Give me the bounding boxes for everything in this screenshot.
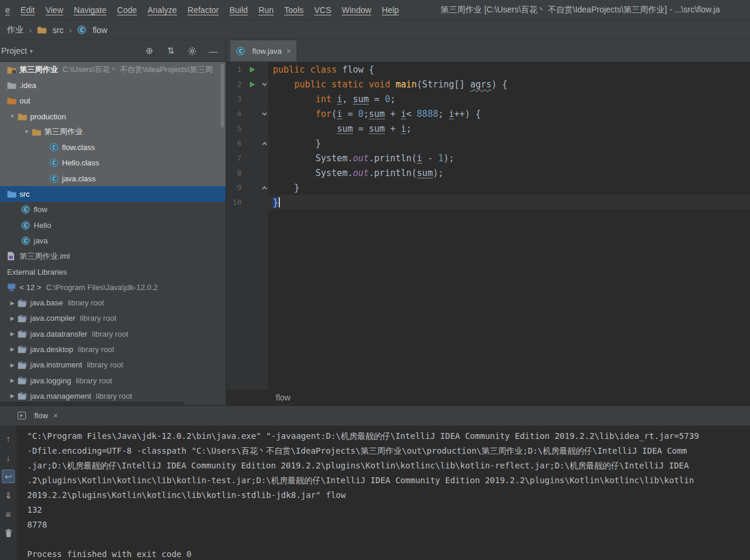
tree-item-Hello[interactable]: CHello — [0, 217, 226, 233]
tab-flow-java[interactable]: C flow.java × — [230, 40, 296, 61]
code-text[interactable]: public class flow { — [269, 62, 750, 77]
line-number[interactable]: 2 — [226, 80, 244, 89]
menu-item-view[interactable]: View — [40, 5, 69, 15]
fold-gutter[interactable] — [260, 112, 269, 116]
tree-item-java.instrument[interactable]: ▶java.instrumentlibrary root — [0, 357, 226, 373]
tree-item-java.logging[interactable]: ▶java.logginglibrary root — [0, 373, 226, 388]
chevron-down-icon[interactable]: ▾ — [30, 48, 33, 54]
fold-up-icon[interactable] — [262, 186, 267, 191]
code-text[interactable]: System.out.println(i - 1); — [269, 151, 750, 165]
menu-item-help[interactable]: Help — [377, 5, 405, 15]
tree-item-out[interactable]: out — [0, 93, 226, 109]
breadcrumb-item-flow[interactable]: Cflow — [75, 25, 110, 35]
line-number[interactable]: 4 — [226, 109, 244, 118]
fold-gutter[interactable] — [260, 83, 269, 86]
code-text[interactable]: System.out.println(sum); — [269, 165, 750, 180]
tree-item-flow[interactable]: Cflow — [0, 202, 226, 217]
tree-item-.idea[interactable]: .idea — [0, 77, 226, 93]
code-area[interactable]: 1public class flow {2 public static void… — [226, 62, 750, 390]
editor-breadcrumb-item[interactable]: flow — [276, 393, 291, 402]
chevron-down-icon[interactable]: ▼ — [21, 129, 32, 135]
code-line-10[interactable]: 10} — [226, 195, 750, 210]
line-number[interactable]: 6 — [226, 139, 244, 148]
menu-item-window[interactable]: Window — [337, 5, 377, 15]
code-text[interactable]: for(i = 0;sum + i< 8888; i++) { — [269, 106, 750, 121]
tree-item-第三周作业[interactable]: ▼第三周作业 — [0, 124, 226, 139]
code-line-6[interactable]: 6 } — [226, 136, 750, 151]
settings-icon[interactable] — [187, 45, 197, 56]
vertical-scrollbar[interactable] — [221, 64, 224, 128]
fold-down-icon[interactable] — [262, 81, 267, 86]
chevron-right-icon[interactable]: ▶ — [7, 331, 18, 337]
chevron-right-icon[interactable]: ▶ — [7, 300, 18, 306]
code-text[interactable]: } — [269, 180, 750, 195]
horizontal-scrollbar[interactable] — [0, 402, 184, 405]
tree-item-src[interactable]: src — [0, 186, 226, 201]
menu-item-refactor[interactable]: Refactor — [182, 5, 224, 15]
line-number[interactable]: 9 — [226, 183, 244, 192]
menu-item-navigate[interactable]: Navigate — [69, 5, 112, 15]
run-icon[interactable] — [250, 82, 255, 87]
menu-item-build[interactable]: Build — [224, 5, 253, 15]
code-line-8[interactable]: 8 System.out.println(sum); — [226, 165, 750, 180]
chevron-down-icon[interactable]: ▼ — [7, 113, 18, 119]
code-text[interactable]: } — [269, 195, 750, 210]
menu-item-e[interactable]: e — [0, 5, 15, 15]
code-line-9[interactable]: 9 } — [226, 180, 750, 195]
code-line-4[interactable]: 4 for(i = 0;sum + i< 8888; i++) { — [226, 106, 750, 121]
soft-wrap-icon[interactable]: ↩ — [2, 470, 15, 483]
breadcrumb-item-src[interactable]: src — [35, 25, 66, 35]
close-icon[interactable]: × — [286, 47, 291, 56]
tree-item-java.base[interactable]: ▶java.baselibrary root — [0, 295, 226, 310]
code-text[interactable]: } — [269, 136, 750, 151]
menu-item-tools[interactable]: Tools — [279, 5, 309, 15]
fold-up-icon[interactable] — [262, 142, 267, 146]
tree-item-flow.class[interactable]: Cflow.class — [0, 139, 226, 155]
run-icon[interactable] — [250, 67, 255, 73]
chevron-right-icon[interactable]: ▶ — [7, 346, 18, 352]
tree-item-java.desktop[interactable]: ▶java.desktoplibrary root — [0, 341, 226, 357]
code-line-2[interactable]: 2 public static void main(String[] agrs)… — [226, 77, 750, 92]
line-number[interactable]: 8 — [226, 168, 244, 177]
hide-panel-icon[interactable]: — — [208, 45, 219, 56]
menu-item-code[interactable]: Code — [112, 5, 142, 15]
fold-down-icon[interactable] — [262, 110, 267, 115]
chevron-right-icon[interactable]: ▶ — [7, 377, 18, 383]
menu-item-vcs[interactable]: VCS — [309, 5, 337, 15]
tree-item-第三周作业.iml[interactable]: 第三周作业.iml — [0, 249, 226, 264]
menu-item-edit[interactable]: Edit — [15, 5, 40, 15]
breadcrumb-item-作业[interactable]: 作业 — [5, 25, 26, 35]
chevron-right-icon[interactable]: ▶ — [7, 362, 18, 368]
code-line-5[interactable]: 5 sum = sum + i; — [226, 121, 750, 136]
tree-item-第三周作业[interactable]: 第三周作业C:\Users\百花丶 不自赏\IdeaProjects\第三周 — [0, 62, 226, 77]
run-tab-label[interactable]: flow — [34, 411, 48, 420]
menu-item-run[interactable]: Run — [253, 5, 279, 15]
collapse-all-icon[interactable]: ⇅ — [165, 45, 176, 56]
console-options-icon[interactable]: ≡ — [2, 507, 15, 521]
down-stack-icon[interactable]: ↓ — [2, 451, 15, 464]
tree-item-java[interactable]: Cjava — [0, 233, 226, 248]
line-number[interactable]: 5 — [226, 124, 244, 133]
locate-icon[interactable]: ⊕ — [144, 45, 155, 56]
tree-item-Hello.class[interactable]: CHello.class — [0, 155, 226, 171]
tree-item-< 12 >[interactable]: < 12 >C:\Program Files\Java\jdk-12.0.2 — [0, 279, 226, 295]
scroll-to-end-icon[interactable]: ⇓ — [2, 489, 15, 502]
tree-item-External Libraries[interactable]: External Libraries — [0, 264, 226, 279]
code-text[interactable]: sum = sum + i; — [269, 121, 750, 136]
chevron-right-icon[interactable]: ▶ — [7, 393, 18, 399]
menu-item-analyze[interactable]: Analyze — [142, 5, 182, 15]
tree-item-production[interactable]: ▼production — [0, 109, 226, 124]
code-line-7[interactable]: 7 System.out.println(i - 1); — [226, 151, 750, 165]
line-number[interactable]: 3 — [226, 95, 244, 103]
clear-console-icon[interactable] — [2, 526, 15, 540]
code-line-3[interactable]: 3 int i, sum = 0; — [226, 92, 750, 106]
code-text[interactable]: public static void main(String[] agrs) { — [269, 77, 750, 92]
up-stack-icon[interactable]: ↑ — [2, 432, 15, 445]
tree-item-java.class[interactable]: Cjava.class — [0, 171, 226, 186]
fold-gutter[interactable] — [260, 142, 269, 145]
close-icon[interactable]: × — [53, 411, 58, 420]
project-panel-title[interactable]: Project — [1, 46, 27, 56]
line-number[interactable]: 7 — [226, 154, 244, 162]
fold-gutter[interactable] — [260, 186, 269, 190]
tree-item-java.datatransfer[interactable]: ▶java.datatransferlibrary root — [0, 326, 226, 341]
